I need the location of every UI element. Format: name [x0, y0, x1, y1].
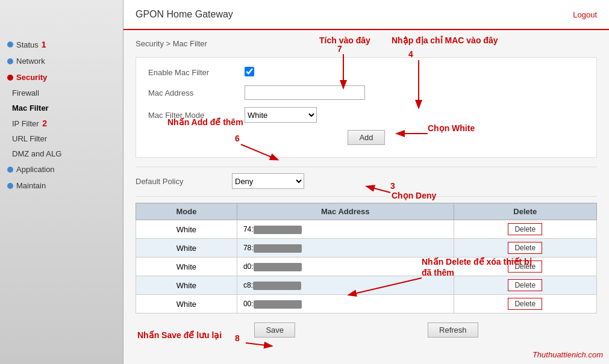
logout-button[interactable]: Logout	[573, 10, 597, 19]
form-section: Enable Mac Filter Mac Address Mac Filter…	[136, 57, 597, 158]
cell-delete: Delete	[454, 295, 596, 313]
sidebar-item-urlfilter[interactable]: URL Filter	[0, 131, 123, 146]
sidebar-item-label: Mac Filter	[12, 103, 49, 113]
sidebar-item-macfilter[interactable]: Mac Filter	[0, 100, 123, 116]
default-policy-control: Deny Allow	[232, 173, 597, 189]
status-dot-icon	[7, 42, 13, 48]
delete-button[interactable]: Delete	[508, 242, 542, 254]
mac-blurred	[254, 244, 302, 253]
default-policy-label: Default Policy	[136, 177, 232, 186]
number-label-1: 1	[42, 40, 46, 49]
sidebar-item-firewall[interactable]: Firewall	[0, 85, 123, 100]
cell-mac: 00:	[237, 295, 454, 313]
save-button[interactable]: Save	[254, 322, 295, 338]
default-policy-select[interactable]: Deny Allow	[232, 173, 304, 189]
sidebar-item-label: URL Filter	[12, 134, 47, 143]
cell-delete: Delete	[454, 276, 596, 295]
col-mode: Mode	[136, 203, 237, 220]
sidebar-item-application[interactable]: Application	[0, 161, 123, 177]
sidebar-item-network[interactable]: Network	[0, 53, 123, 69]
cell-mode: White	[136, 276, 237, 295]
mac-address-label: Mac Address	[148, 88, 245, 97]
cell-delete: Delete	[454, 258, 596, 276]
security-dot-icon	[7, 75, 13, 81]
delete-button[interactable]: Delete	[508, 298, 542, 310]
watermark: Thuthuattienich.com	[532, 350, 603, 359]
cell-mode: White	[136, 239, 237, 258]
enable-row: Enable Mac Filter	[148, 67, 584, 78]
application-dot-icon	[7, 167, 13, 173]
mac-address-row: Mac Address	[148, 85, 584, 100]
mac-filter-mode-control: White Black	[245, 107, 584, 123]
maintain-dot-icon	[7, 183, 13, 189]
mac-filter-mode-row: Mac Filter Mode White Black	[148, 107, 584, 123]
enable-label: Enable Mac Filter	[148, 68, 245, 77]
table-row: Whited0:Delete	[136, 258, 597, 276]
sidebar-item-label: Network	[16, 57, 45, 66]
add-button-row: Add	[148, 130, 584, 145]
bottom-bar: Save Refresh	[136, 322, 597, 338]
table-row: White78:Delete	[136, 239, 597, 258]
sidebar-item-label: Application	[16, 165, 55, 174]
cell-mac: d0:	[237, 258, 454, 276]
mac-table: Mode Mac Address Delete White74:DeleteWh…	[136, 203, 597, 313]
cell-mac: 74:	[237, 220, 454, 239]
cell-delete: Delete	[454, 220, 596, 239]
mac-blurred	[254, 226, 302, 234]
table-row: White74:Delete	[136, 220, 597, 239]
sidebar-item-status[interactable]: Status 1	[0, 36, 123, 53]
refresh-button[interactable]: Refresh	[428, 322, 478, 338]
network-dot-icon	[7, 58, 13, 64]
cell-mode: White	[136, 220, 237, 239]
sidebar-item-label: Maintain	[16, 181, 46, 190]
col-delete: Delete	[454, 203, 596, 220]
enable-checkbox[interactable]	[245, 67, 254, 76]
sidebar-item-label: DMZ and ALG	[12, 149, 61, 158]
mac-blurred	[254, 263, 302, 271]
mac-blurred	[253, 282, 301, 290]
cell-mac: 78:	[237, 239, 454, 258]
sidebar-item-security[interactable]: Security	[0, 69, 123, 85]
cell-mode: White	[136, 295, 237, 313]
sidebar-item-label: Security	[16, 73, 47, 82]
cell-mode: White	[136, 258, 237, 276]
header-title: GPON Home Gateway	[136, 9, 233, 20]
breadcrumb: Security > Mac Filter	[136, 39, 597, 48]
default-policy-row: Default Policy Deny Allow	[136, 173, 597, 189]
number-label-2: 2	[42, 119, 47, 128]
sidebar-item-label: IP Filter	[12, 119, 39, 128]
mac-blurred	[254, 300, 302, 309]
sidebar-item-dmz[interactable]: DMZ and ALG	[0, 146, 123, 161]
sidebar-item-label: Firewall	[12, 88, 39, 97]
add-button[interactable]: Add	[348, 130, 384, 145]
delete-button[interactable]: Delete	[508, 279, 542, 291]
cell-delete: Delete	[454, 239, 596, 258]
sidebar-item-ipfilter[interactable]: IP Filter 2	[0, 116, 123, 131]
mac-address-control	[245, 85, 584, 100]
sidebar: Status 1 Network Security Firewall Mac F…	[0, 0, 123, 364]
main-content: Security > Mac Filter Enable Mac Filter …	[123, 30, 609, 364]
table-row: White00:Delete	[136, 295, 597, 313]
mac-address-input[interactable]	[245, 85, 365, 100]
sidebar-item-label: Status	[16, 40, 39, 49]
col-mac: Mac Address	[237, 203, 454, 220]
table-row: Whitec8:Delete	[136, 276, 597, 295]
sidebar-item-maintain[interactable]: Maintain	[0, 177, 123, 194]
mac-filter-mode-select[interactable]: White Black	[245, 107, 317, 123]
delete-button[interactable]: Delete	[508, 223, 542, 235]
cell-mac: c8:	[237, 276, 454, 295]
mac-filter-mode-label: Mac Filter Mode	[148, 111, 245, 120]
header: GPON Home Gateway Logout	[123, 0, 609, 30]
enable-control	[245, 67, 584, 78]
delete-button[interactable]: Delete	[508, 261, 542, 273]
